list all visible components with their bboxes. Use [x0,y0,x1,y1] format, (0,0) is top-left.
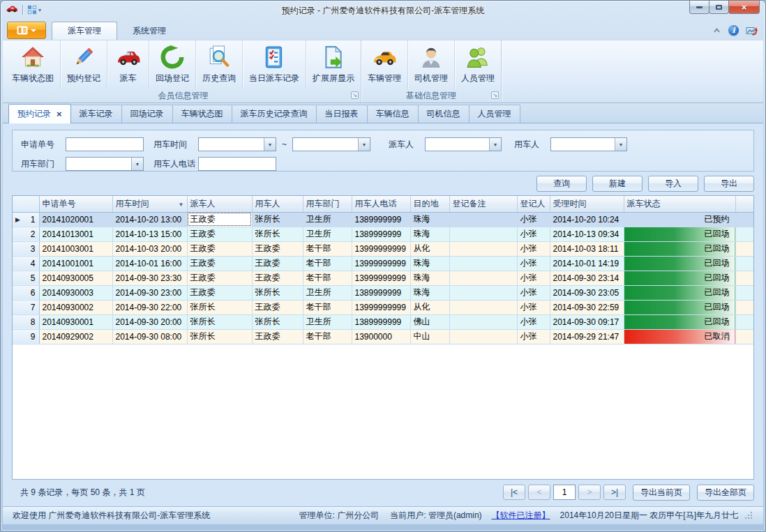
cell-受理时间[interactable]: 2014-10-03 18:11 [550,241,624,256]
cell-用车时间[interactable]: 2014-10-03 20:00 [112,241,187,256]
column-header-用车部门[interactable]: 用车部门 [303,196,352,212]
cell-用车时间[interactable]: 2014-09-30 23:30 [112,271,187,285]
cell-用车部门[interactable]: 卫生所 [303,227,352,241]
cell-用车人电话[interactable]: 13999999999 [352,241,410,256]
query-button[interactable]: 查询 [536,176,587,192]
use-time-to-input[interactable] [293,138,358,151]
cell-用车时间[interactable]: 2014-09-30 08:00 [112,329,187,344]
chevron-down-icon[interactable]: ▼ [615,138,626,151]
table-row[interactable]: 2201410130012014-10-13 15:00王政委张所长卫生所138… [13,227,753,241]
dispatcher-combo[interactable]: ▼ [425,137,502,151]
cell-受理时间[interactable]: 2014-09-30 09:17 [550,314,624,329]
cell-派车人[interactable]: 张所长 [187,300,252,314]
close-tab-icon[interactable]: × [57,109,62,119]
doc-tab-车辆信息[interactable]: 车辆信息 [367,105,419,123]
cell-登记人[interactable]: 小张 [517,329,550,344]
cell-登记备注[interactable] [449,329,517,344]
cell-登记备注[interactable] [449,227,517,241]
cell-用车人电话[interactable]: 1389999999 [352,212,410,227]
row-indicator[interactable]: 5 [13,271,39,285]
last-page-button[interactable]: >| [603,485,626,500]
doc-tab-车辆状态图[interactable]: 车辆状态图 [172,105,232,123]
cell-派车人[interactable]: 王政委 [187,285,252,300]
cell-用车时间[interactable]: 2014-09-30 23:00 [112,285,187,300]
ribbon-item-回场登记[interactable]: 回场登记 [149,40,196,89]
next-page-button[interactable]: > [578,485,601,500]
export-all-pages-button[interactable]: 导出全部页 [697,485,754,501]
doc-tab-派车历史记录查询[interactable]: 派车历史记录查询 [232,105,317,123]
cell-派车状态[interactable]: 已取消 [624,329,735,344]
cell-派车状态[interactable]: 已回场 [624,300,735,314]
cell-派车状态[interactable]: 已回场 [624,314,735,329]
sort-arrow-icon[interactable]: ▼ [179,202,184,208]
new-button[interactable]: 新建 [592,176,643,192]
row-indicator[interactable]: 9 [13,329,39,344]
row-indicator[interactable]: 6 [13,285,39,300]
cell-目的地[interactable]: 珠海 [410,227,449,241]
maximize-button[interactable] [709,1,729,14]
cell-用车人[interactable]: 王政委 [252,241,303,256]
column-header-申请单号[interactable]: 申请单号 [39,196,112,212]
chevron-down-icon[interactable]: ▼ [131,158,143,170]
cell-用车人[interactable]: 王政委 [252,329,303,344]
cell-用车人电话[interactable]: 13999999999 [352,271,410,285]
ribbon-item-当日派车记录[interactable]: 当日派车记录 [243,40,306,89]
ribbon-item-车辆状态图[interactable]: 车辆状态图 [6,40,61,89]
cell-受理时间[interactable]: 2014-10-13 09:34 [550,227,624,241]
ribbon-item-扩展屏显示[interactable]: 扩展屏显示 [306,40,361,89]
cell-受理时间[interactable]: 2014-10-01 14:19 [550,256,624,271]
cell-用车人[interactable]: 张所长 [252,227,303,241]
department-input[interactable] [66,158,131,170]
cell-用车人电话[interactable]: 1389999999 [352,227,410,241]
cell-用车人[interactable]: 王政委 [252,300,303,314]
column-header-用车人[interactable]: 用车人 [252,196,303,212]
cell-登记人[interactable]: 小张 [517,212,550,227]
use-time-from-combo[interactable]: ▼ [198,137,276,151]
table-row[interactable]: 5201409300052014-09-30 23:30王政委王政委老干部139… [13,271,753,285]
request-no-input[interactable] [66,137,144,151]
cell-用车人电话[interactable]: 13999999999 [352,256,410,271]
cell-派车人[interactable]: 王政委 [187,256,252,271]
cell-用车时间[interactable]: 2014-10-20 13:00 [112,212,187,227]
cell-登记备注[interactable] [449,285,517,300]
cell-登记备注[interactable] [449,241,517,256]
department-combo[interactable]: ▼ [66,157,144,171]
column-header-目的地[interactable]: 目的地 [410,196,449,212]
export-button[interactable]: 导出 [704,176,754,192]
cell-目的地[interactable]: 佛山 [410,314,449,329]
row-indicator[interactable]: 4 [13,256,39,271]
cell-受理时间[interactable]: 2014-09-29 21:47 [550,329,624,344]
first-page-button[interactable]: |< [503,485,525,500]
application-menu-button[interactable] [7,22,46,39]
cell-派车状态[interactable]: 已回场 [624,241,735,256]
cell-用车人[interactable]: 王政委 [252,256,303,271]
doc-tab-当日报表[interactable]: 当日报表 [316,105,368,123]
row-indicator[interactable]: 3 [13,241,39,256]
cell-用车人[interactable]: 王政委 [252,271,303,285]
row-indicator[interactable]: ▶1 [13,212,39,227]
cell-登记备注[interactable] [449,212,517,227]
cell-派车状态[interactable]: 已回场 [624,256,735,271]
collapse-ribbon-icon[interactable] [712,26,721,35]
ribbon-item-司机管理[interactable]: 司机管理 [408,40,455,89]
cell-用车部门[interactable]: 老干部 [303,329,352,344]
table-row[interactable]: 7201409300022014-09-30 22:00张所长王政委老干部139… [13,300,753,314]
cell-目的地[interactable]: 珠海 [410,212,449,227]
ribbon-item-车辆管理[interactable]: 车辆管理 [361,40,408,89]
cell-用车人电话[interactable]: 13999999999 [352,300,410,314]
cell-用车部门[interactable]: 老干部 [303,241,352,256]
cell-登记人[interactable]: 小张 [517,256,550,271]
ribbon-item-人员管理[interactable]: 人员管理 [455,40,501,89]
table-row[interactable]: 6201409300032014-09-30 23:00王政委张所长卫生所138… [13,285,753,300]
cell-用车部门[interactable]: 老干部 [303,256,352,271]
cell-用车部门[interactable]: 卫生所 [303,314,352,329]
table-row[interactable]: 3201410030012014-10-03 20:00王政委王政委老干部139… [13,241,753,256]
registration-link[interactable]: 【软件已注册】 [492,510,550,522]
export-current-page-button[interactable]: 导出当前页 [633,485,690,501]
cell-用车人电话[interactable]: 1389999999 [352,285,410,300]
cell-目的地[interactable]: 从化 [410,241,449,256]
cell-派车人[interactable]: 王政委 [187,271,252,285]
cell-申请单号[interactable]: 20140930005 [39,271,112,285]
cell-登记人[interactable]: 小张 [517,227,550,241]
cell-登记人[interactable]: 小张 [517,285,550,300]
